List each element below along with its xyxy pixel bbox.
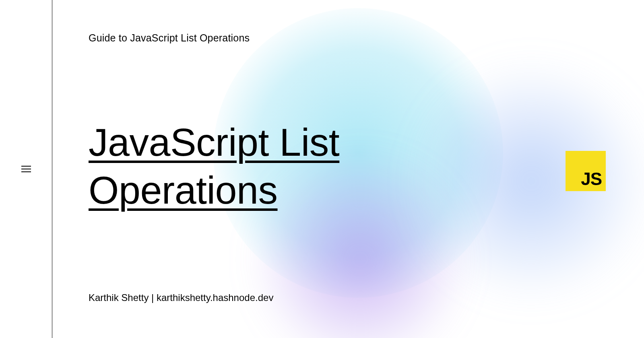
content-area: Guide to JavaScript List Operations Java… xyxy=(89,32,451,214)
javascript-logo: JS xyxy=(566,151,606,191)
author-byline: Karthik Shetty | karthikshetty.hashnode.… xyxy=(89,292,273,303)
subtitle: Guide to JavaScript List Operations xyxy=(89,32,451,44)
javascript-logo-text: JS xyxy=(581,170,602,188)
main-title: JavaScript List Operations xyxy=(89,118,451,214)
sidebar xyxy=(0,0,52,338)
menu-icon[interactable] xyxy=(21,166,31,172)
